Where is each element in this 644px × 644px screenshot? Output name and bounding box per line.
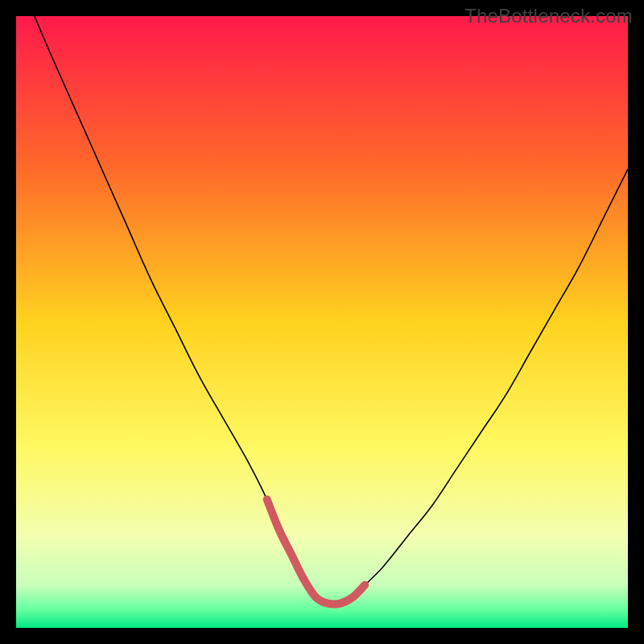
curve-layer [16, 16, 628, 628]
chart-frame: TheBottleneck.com [0, 0, 644, 644]
valley-highlight [267, 499, 365, 604]
bottleneck-curve [35, 16, 628, 605]
watermark-text: TheBottleneck.com [464, 5, 633, 27]
plot-area [16, 16, 628, 628]
